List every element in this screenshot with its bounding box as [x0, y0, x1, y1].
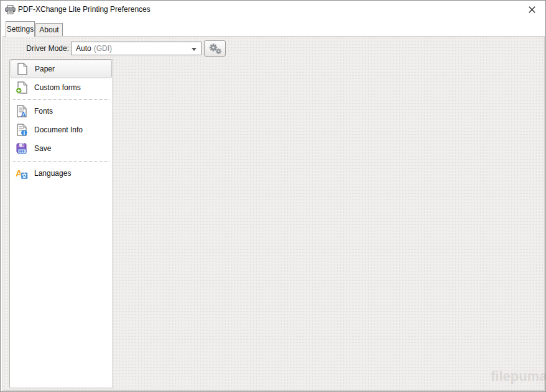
sidebar-item-label: Paper — [35, 65, 55, 73]
title-bar: PDF-XChange Lite Printing Preferences — [1, 1, 545, 18]
sidebar-item-paper[interactable]: Paper — [11, 60, 112, 78]
languages-icon: A — [16, 167, 28, 180]
sidebar: Paper Custom forms A Fonts — [9, 59, 113, 388]
sidebar-item-label: Save — [34, 144, 51, 153]
tab-about[interactable]: About — [35, 23, 63, 37]
document-info-icon — [16, 124, 28, 136]
driver-mode-select[interactable]: Auto (GDI) — [71, 42, 201, 55]
paper-icon — [16, 63, 29, 75]
sidebar-divider — [13, 161, 109, 162]
driver-mode-value-suffix: (GDI) — [94, 44, 112, 53]
tab-settings[interactable]: Settings — [6, 21, 35, 37]
close-button[interactable] — [525, 4, 538, 15]
driver-mode-value: Auto — [76, 44, 91, 53]
sidebar-item-label: Custom forms — [34, 83, 81, 92]
driver-mode-label: Driver Mode: — [13, 42, 69, 55]
printer-icon — [5, 5, 16, 14]
sidebar-item-label: Fonts — [34, 107, 53, 116]
window-title: PDF-XChange Lite Printing Preferences — [18, 1, 150, 18]
svg-text:A: A — [21, 111, 26, 117]
sidebar-item-label: Document Info — [34, 125, 83, 134]
printing-preferences-dialog: PDF-XChange Lite Printing Preferences Se… — [0, 0, 546, 392]
sidebar-item-fonts[interactable]: A Fonts — [11, 102, 112, 121]
close-icon — [529, 6, 535, 13]
fonts-icon: A — [16, 105, 28, 117]
sidebar-item-languages[interactable]: A Languages — [11, 164, 112, 183]
gears-icon — [208, 43, 223, 55]
sidebar-item-custom-forms[interactable]: Custom forms — [11, 78, 112, 97]
sidebar-item-document-info[interactable]: Document Info — [11, 121, 112, 139]
sidebar-divider — [13, 99, 109, 100]
driver-options-button[interactable] — [204, 40, 226, 57]
custom-forms-icon — [16, 81, 28, 94]
sidebar-item-save[interactable]: Save — [11, 139, 112, 158]
sidebar-item-label: Languages — [34, 169, 71, 178]
save-icon — [16, 142, 28, 155]
